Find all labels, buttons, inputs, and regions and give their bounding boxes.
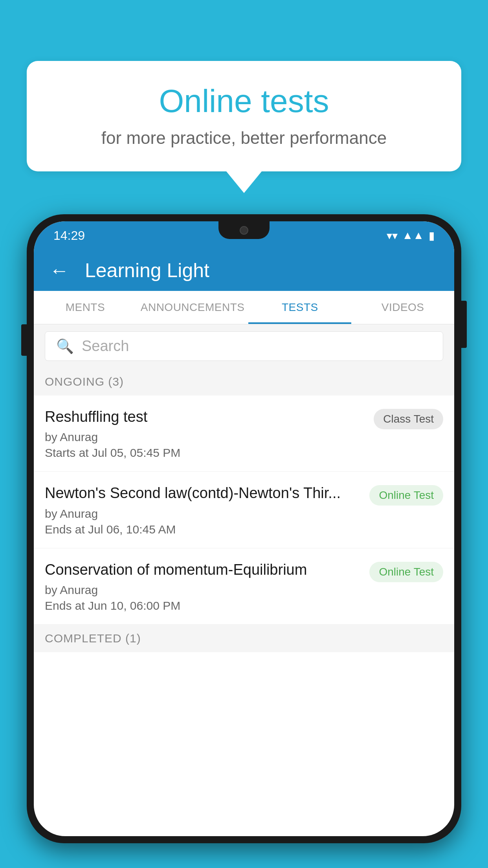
search-input[interactable]: Search <box>82 338 129 355</box>
test-name-1: Reshuffling test <box>45 407 366 427</box>
test-date-2: Ends at Jul 06, 10:45 AM <box>45 523 361 536</box>
tab-tests[interactable]: TESTS <box>248 291 351 324</box>
test-item-3[interactable]: Conservation of momentum-Equilibrium by … <box>34 548 454 625</box>
status-time: 14:29 <box>53 228 85 243</box>
test-date-3: Ends at Jun 10, 06:00 PM <box>45 599 361 612</box>
test-info-2: Newton's Second law(contd)-Newton's Thir… <box>45 484 361 536</box>
speech-bubble-title: Online tests <box>50 83 438 120</box>
test-by-3: by Anurag <box>45 583 361 597</box>
speech-bubble: Online tests for more practice, better p… <box>27 61 461 171</box>
test-by-2: by Anurag <box>45 507 361 520</box>
speech-bubble-subtitle: for more practice, better performance <box>50 128 438 148</box>
phone-screen: 14:29 ▾▾ ▲▲ ▮ ← Learning Light MENTS ANN… <box>34 221 454 836</box>
completed-section-title: COMPLETED (1) <box>45 632 141 645</box>
notch <box>218 221 270 239</box>
test-name-3: Conservation of momentum-Equilibrium <box>45 560 361 579</box>
test-info-1: Reshuffling test by Anurag Starts at Jul… <box>45 407 366 460</box>
tabs-bar: MENTS ANNOUNCEMENTS TESTS VIDEOS <box>34 291 454 324</box>
speech-bubble-container: Online tests for more practice, better p… <box>27 61 461 193</box>
search-bar[interactable]: 🔍 Search <box>45 331 443 361</box>
test-badge-2: Online Test <box>369 485 443 506</box>
test-info-3: Conservation of momentum-Equilibrium by … <box>45 560 361 612</box>
app-header: ← Learning Light <box>34 250 454 291</box>
phone-frame: 14:29 ▾▾ ▲▲ ▮ ← Learning Light MENTS ANN… <box>27 214 461 868</box>
wifi-icon: ▾▾ <box>387 229 398 242</box>
search-icon: 🔍 <box>56 338 74 355</box>
test-name-2: Newton's Second law(contd)-Newton's Thir… <box>45 484 361 503</box>
phone-outer: 14:29 ▾▾ ▲▲ ▮ ← Learning Light MENTS ANN… <box>27 214 461 843</box>
notch-camera <box>240 226 248 235</box>
ongoing-section-header: ONGOING (3) <box>34 368 454 395</box>
search-container: 🔍 Search <box>34 324 454 368</box>
test-date-1: Starts at Jul 05, 05:45 PM <box>45 446 366 460</box>
test-item-1[interactable]: Reshuffling test by Anurag Starts at Jul… <box>34 395 454 472</box>
app-title: Learning Light <box>85 259 209 282</box>
status-icons: ▾▾ ▲▲ ▮ <box>387 229 435 242</box>
test-by-1: by Anurag <box>45 430 366 444</box>
tab-announcements[interactable]: ANNOUNCEMENTS <box>137 291 249 324</box>
test-item-2[interactable]: Newton's Second law(contd)-Newton's Thir… <box>34 472 454 548</box>
speech-bubble-tail <box>226 171 262 193</box>
signal-icon: ▲▲ <box>402 229 424 242</box>
back-button[interactable]: ← <box>50 261 69 280</box>
tab-videos[interactable]: VIDEOS <box>351 291 454 324</box>
status-bar: 14:29 ▾▾ ▲▲ ▮ <box>34 221 454 250</box>
ongoing-section-title: ONGOING (3) <box>45 375 124 388</box>
test-list: Reshuffling test by Anurag Starts at Jul… <box>34 395 454 625</box>
battery-icon: ▮ <box>429 229 435 242</box>
test-badge-3: Online Test <box>369 562 443 582</box>
tab-ments[interactable]: MENTS <box>34 291 137 324</box>
test-badge-1: Class Test <box>374 409 443 429</box>
completed-section-header: COMPLETED (1) <box>34 625 454 652</box>
